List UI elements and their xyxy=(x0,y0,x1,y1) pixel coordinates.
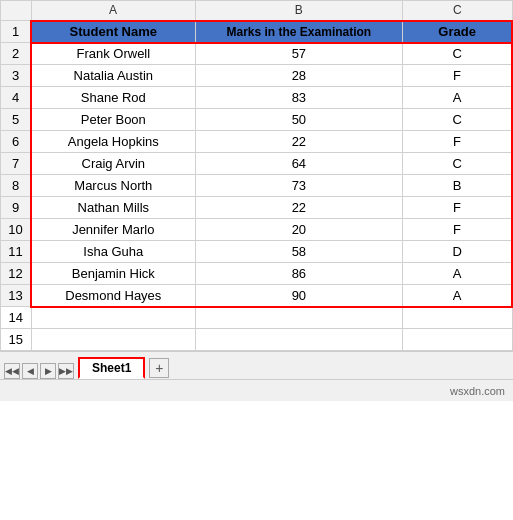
empty-cell[interactable] xyxy=(403,307,512,329)
corner-cell xyxy=(1,1,32,21)
table-row: 10Jennifer Marlo20F xyxy=(1,219,513,241)
row-num-2[interactable]: 2 xyxy=(1,43,32,65)
row-num-12[interactable]: 12 xyxy=(1,263,32,285)
spreadsheet-table: A B C 1 Student Name Marks in the Examin… xyxy=(0,0,513,351)
col-b-header[interactable]: B xyxy=(195,1,403,21)
row-num-3[interactable]: 3 xyxy=(1,65,32,87)
marks-cell: 90 xyxy=(195,285,403,307)
row-num-7[interactable]: 7 xyxy=(1,153,32,175)
row-num-11[interactable]: 11 xyxy=(1,241,32,263)
grade-cell: C xyxy=(403,153,512,175)
tab-nav-first[interactable]: ◀◀ xyxy=(4,363,20,379)
student-name-cell: Jennifer Marlo xyxy=(31,219,195,241)
empty-row: 14 xyxy=(1,307,513,329)
status-bar: wsxdn.com xyxy=(0,379,513,401)
marks-cell: 22 xyxy=(195,131,403,153)
table-row: 2Frank Orwell57C xyxy=(1,43,513,65)
tabs-bar: ◀◀ ◀ ▶ ▶▶ Sheet1 + xyxy=(0,351,513,379)
marks-cell: 73 xyxy=(195,175,403,197)
grade-cell: F xyxy=(403,65,512,87)
marks-cell: 20 xyxy=(195,219,403,241)
tab-nav-last[interactable]: ▶▶ xyxy=(58,363,74,379)
empty-cell[interactable] xyxy=(31,307,195,329)
table-row: 9Nathan Mills22F xyxy=(1,197,513,219)
table-row: 6Angela Hopkins22F xyxy=(1,131,513,153)
row-num-13[interactable]: 13 xyxy=(1,285,32,307)
col-c-header[interactable]: C xyxy=(403,1,512,21)
row-num-5[interactable]: 5 xyxy=(1,109,32,131)
marks-cell: 86 xyxy=(195,263,403,285)
student-name-header: Student Name xyxy=(31,21,195,43)
grade-cell: A xyxy=(403,263,512,285)
table-row: 12Benjamin Hick86A xyxy=(1,263,513,285)
table-row: 5Peter Boon50C xyxy=(1,109,513,131)
student-name-cell: Shane Rod xyxy=(31,87,195,109)
grade-cell: F xyxy=(403,219,512,241)
add-sheet-button[interactable]: + xyxy=(149,358,169,378)
empty-cell[interactable] xyxy=(31,329,195,351)
row-num-1[interactable]: 1 xyxy=(1,21,32,43)
empty-cell[interactable] xyxy=(403,329,512,351)
student-name-cell: Natalia Austin xyxy=(31,65,195,87)
empty-row: 15 xyxy=(1,329,513,351)
table-row: 4Shane Rod83A xyxy=(1,87,513,109)
row-num-6[interactable]: 6 xyxy=(1,131,32,153)
grade-cell: A xyxy=(403,285,512,307)
marks-cell: 64 xyxy=(195,153,403,175)
header-data-row: 1 Student Name Marks in the Examination … xyxy=(1,21,513,43)
grade-cell: D xyxy=(403,241,512,263)
student-name-cell: Craig Arvin xyxy=(31,153,195,175)
marks-cell: 58 xyxy=(195,241,403,263)
row-num-4[interactable]: 4 xyxy=(1,87,32,109)
row-num-8[interactable]: 8 xyxy=(1,175,32,197)
student-name-cell: Marcus North xyxy=(31,175,195,197)
watermark: wsxdn.com xyxy=(450,385,505,397)
column-header-row: A B C xyxy=(1,1,513,21)
grade-cell: F xyxy=(403,197,512,219)
tab-nav-prev[interactable]: ◀ xyxy=(22,363,38,379)
table-row: 13Desmond Hayes90A xyxy=(1,285,513,307)
marks-header: Marks in the Examination xyxy=(195,21,403,43)
grade-cell: A xyxy=(403,87,512,109)
tab-nav-next[interactable]: ▶ xyxy=(40,363,56,379)
marks-cell: 28 xyxy=(195,65,403,87)
sheet1-tab[interactable]: Sheet1 xyxy=(78,357,145,379)
table-row: 11Isha Guha58D xyxy=(1,241,513,263)
student-name-cell: Isha Guha xyxy=(31,241,195,263)
grade-cell: C xyxy=(403,43,512,65)
student-name-cell: Peter Boon xyxy=(31,109,195,131)
marks-cell: 83 xyxy=(195,87,403,109)
grade-cell: B xyxy=(403,175,512,197)
marks-cell: 50 xyxy=(195,109,403,131)
marks-cell: 57 xyxy=(195,43,403,65)
row-num-9[interactable]: 9 xyxy=(1,197,32,219)
grade-cell: C xyxy=(403,109,512,131)
empty-cell[interactable] xyxy=(195,329,403,351)
spreadsheet: A B C 1 Student Name Marks in the Examin… xyxy=(0,0,513,351)
grid-area: A B C 1 Student Name Marks in the Examin… xyxy=(0,0,513,351)
empty-cell[interactable] xyxy=(195,307,403,329)
row-num-15[interactable]: 15 xyxy=(1,329,32,351)
tab-navigation: ◀◀ ◀ ▶ ▶▶ xyxy=(4,363,74,379)
student-name-cell: Benjamin Hick xyxy=(31,263,195,285)
grade-header: Grade xyxy=(403,21,512,43)
table-row: 8Marcus North73B xyxy=(1,175,513,197)
student-name-cell: Nathan Mills xyxy=(31,197,195,219)
student-name-cell: Frank Orwell xyxy=(31,43,195,65)
student-name-cell: Desmond Hayes xyxy=(31,285,195,307)
table-row: 3Natalia Austin28F xyxy=(1,65,513,87)
table-row: 7Craig Arvin64C xyxy=(1,153,513,175)
marks-cell: 22 xyxy=(195,197,403,219)
row-num-14[interactable]: 14 xyxy=(1,307,32,329)
col-a-header[interactable]: A xyxy=(31,1,195,21)
grade-cell: F xyxy=(403,131,512,153)
student-name-cell: Angela Hopkins xyxy=(31,131,195,153)
row-num-10[interactable]: 10 xyxy=(1,219,32,241)
